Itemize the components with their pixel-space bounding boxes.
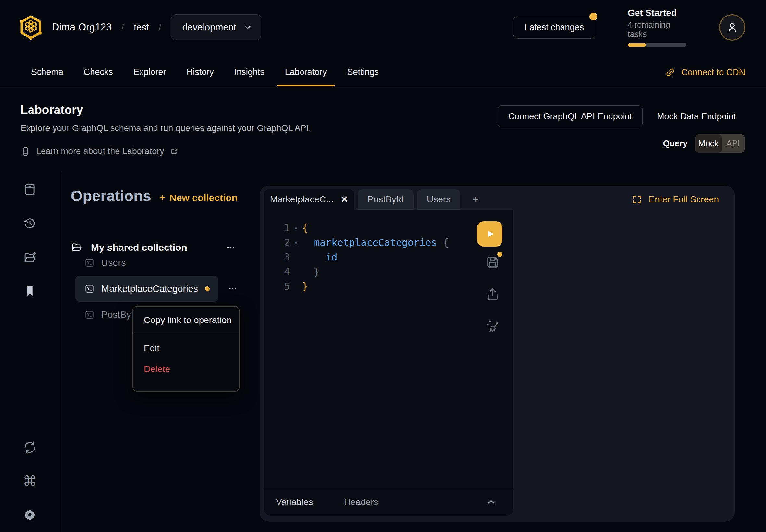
editor-tab-label: Users bbox=[427, 194, 451, 205]
tab-explorer[interactable]: Explorer bbox=[126, 58, 174, 86]
progress-fill bbox=[628, 43, 646, 47]
user-avatar[interactable] bbox=[719, 14, 745, 41]
page-description: Explore your GraphQL schema and run quer… bbox=[20, 123, 311, 133]
run-query-button[interactable] bbox=[477, 221, 503, 247]
breadcrumb-project[interactable]: test bbox=[134, 22, 149, 33]
history-icon[interactable] bbox=[23, 216, 37, 230]
connect-to-cdn-label: Connect to CDN bbox=[681, 67, 745, 78]
page-title: Laboratory bbox=[20, 103, 311, 117]
target-selector[interactable]: development bbox=[171, 14, 261, 40]
operation-icon bbox=[84, 284, 95, 294]
operation-icon bbox=[84, 309, 95, 320]
header-actions: Latest changes Get Started 4 remaining t… bbox=[513, 12, 745, 43]
fold-icon[interactable]: ▾ bbox=[290, 239, 302, 246]
breadcrumb-org[interactable]: Dima Org123 bbox=[52, 21, 112, 33]
menu-edit[interactable]: Edit bbox=[133, 338, 239, 359]
tab-history[interactable]: History bbox=[179, 58, 222, 86]
editor-tab-marketplace[interactable]: MarketplaceC... ✕ bbox=[264, 189, 354, 210]
variables-tab[interactable]: Variables bbox=[276, 497, 313, 507]
learn-more-link[interactable]: Learn more about the Laboratory bbox=[20, 146, 311, 156]
operation-marketplace-categories[interactable]: MarketplaceCategories bbox=[75, 276, 218, 302]
editor-tab-label: MarketplaceC... bbox=[270, 194, 334, 205]
code-area[interactable]: 1 ▾ { 2 ▾ marketplaceCategories { 3 id 4… bbox=[273, 221, 468, 294]
operation-label: Users bbox=[101, 258, 126, 268]
settings-gear-icon[interactable] bbox=[23, 508, 37, 522]
broom-sparkles-icon bbox=[485, 318, 501, 334]
learn-more-label: Learn more about the Laboratory bbox=[36, 146, 164, 156]
menu-copy-link[interactable]: Copy link to operation bbox=[133, 310, 239, 331]
tab-settings[interactable]: Settings bbox=[339, 58, 387, 86]
line-number: 3 bbox=[273, 251, 290, 263]
operation-users[interactable]: Users bbox=[75, 250, 218, 276]
tab-insights[interactable]: Insights bbox=[226, 58, 272, 86]
headers-tab[interactable]: Headers bbox=[344, 497, 378, 507]
target-selector-value: development bbox=[182, 22, 236, 33]
refetch-schema-icon[interactable] bbox=[23, 441, 37, 454]
user-icon bbox=[726, 21, 739, 34]
fullscreen-label: Enter Full Screen bbox=[649, 194, 719, 205]
query-mode-row: Query Mock API bbox=[663, 134, 745, 153]
collapse-panel-button[interactable] bbox=[486, 497, 497, 508]
menu-delete[interactable]: Delete bbox=[133, 359, 239, 380]
menu-divider bbox=[133, 333, 239, 333]
mock-data-endpoint-button[interactable]: Mock Data Endpoint bbox=[655, 105, 737, 127]
collections-icon[interactable] bbox=[23, 182, 37, 196]
unsaved-changes-dot bbox=[497, 252, 503, 257]
fold-icon[interactable]: ▾ bbox=[290, 224, 302, 232]
query-mode-toggle: Mock API bbox=[695, 134, 745, 153]
save-operation-button[interactable] bbox=[485, 254, 501, 270]
toggle-mock[interactable]: Mock bbox=[695, 134, 722, 153]
book-icon bbox=[20, 147, 30, 156]
header: Dima Org123 / test / development bbox=[19, 13, 261, 42]
latest-changes-button[interactable]: Latest changes bbox=[513, 16, 595, 39]
operation-icon bbox=[84, 258, 95, 268]
tab-checks[interactable]: Checks bbox=[76, 58, 121, 86]
share-operation-button[interactable] bbox=[485, 286, 501, 302]
get-started-title: Get Started bbox=[628, 8, 688, 18]
editor-tab-postbyid[interactable]: PostById bbox=[358, 189, 414, 210]
editor-bottom-bar: Variables Headers bbox=[264, 488, 514, 516]
save-icon bbox=[485, 254, 501, 270]
link-icon bbox=[665, 67, 675, 78]
query-editor[interactable]: 1 ▾ { 2 ▾ marketplaceCategories { 3 id 4… bbox=[264, 210, 514, 516]
breadcrumb-separator: / bbox=[159, 22, 161, 32]
editor-tab-users[interactable]: Users bbox=[417, 189, 460, 210]
play-icon bbox=[483, 227, 496, 240]
line-number: 2 bbox=[273, 237, 290, 248]
hive-logo[interactable] bbox=[19, 15, 42, 40]
share-icon bbox=[485, 286, 501, 302]
query-label: Query bbox=[663, 139, 687, 149]
new-collection-label: New collection bbox=[169, 192, 237, 203]
chevron-down-icon bbox=[243, 23, 252, 31]
toggle-api[interactable]: API bbox=[722, 134, 745, 153]
operations-title: Operations bbox=[71, 187, 151, 205]
shortcuts-icon[interactable]: ⌘ bbox=[23, 474, 37, 488]
chevron-up-icon bbox=[486, 497, 497, 508]
tab-laboratory[interactable]: Laboratory bbox=[277, 58, 334, 86]
get-started-progressbar bbox=[628, 43, 687, 47]
subheader: Laboratory Explore your GraphQL schema a… bbox=[20, 103, 311, 156]
new-collection-button[interactable]: + New collection bbox=[159, 191, 237, 204]
laboratory-sidebar: ⌘ bbox=[0, 172, 60, 532]
tab-schema[interactable]: Schema bbox=[23, 58, 71, 86]
connect-to-cdn-link[interactable]: Connect to CDN bbox=[665, 58, 745, 86]
laboratory-editor-panel: MarketplaceC... ✕ PostById Users + Enter… bbox=[260, 186, 735, 522]
new-tab-button[interactable]: + bbox=[464, 193, 487, 206]
get-started-subtitle: 4 remaining tasks bbox=[628, 20, 688, 39]
code-line: 5 } bbox=[273, 279, 468, 294]
prettify-button[interactable] bbox=[485, 318, 501, 334]
operation-menu-button[interactable] bbox=[228, 284, 237, 294]
notification-dot bbox=[590, 13, 597, 20]
latest-changes-label: Latest changes bbox=[525, 22, 584, 32]
connect-endpoint-button[interactable]: Connect GraphQL API Endpoint bbox=[498, 105, 643, 127]
code-line: 1 ▾ { bbox=[273, 221, 468, 235]
get-started-widget[interactable]: Get Started 4 remaining tasks bbox=[628, 8, 688, 47]
ellipsis-icon bbox=[228, 284, 237, 294]
close-tab-icon[interactable]: ✕ bbox=[341, 194, 348, 205]
external-link-icon bbox=[170, 148, 178, 155]
code-line: 2 ▾ marketplaceCategories { bbox=[273, 235, 468, 250]
fullscreen-button[interactable]: Enter Full Screen bbox=[632, 189, 719, 210]
code-line: 3 id bbox=[273, 250, 468, 264]
new-collection-folder-icon[interactable] bbox=[23, 250, 37, 264]
bookmarks-icon[interactable] bbox=[23, 284, 37, 298]
